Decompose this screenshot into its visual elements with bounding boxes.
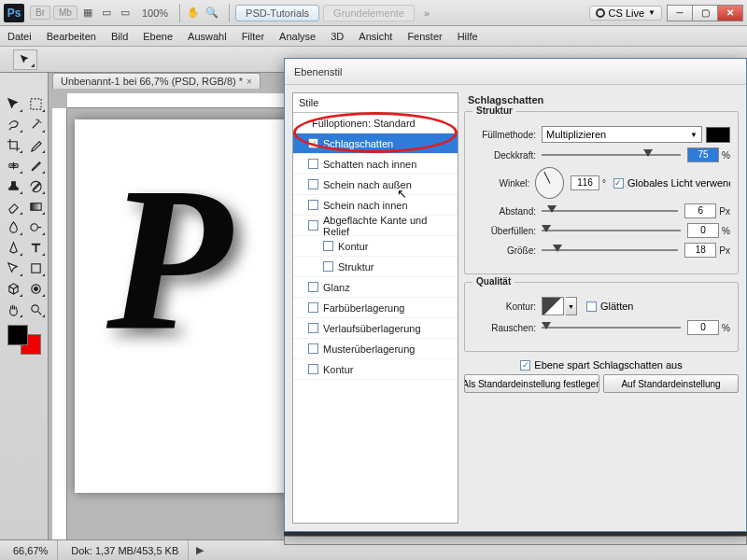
style-item-kontur[interactable]: Kontur (293, 236, 458, 257)
tool-eraser[interactable] (2, 196, 24, 217)
menu-bild[interactable]: Bild (111, 31, 128, 42)
stile-header[interactable]: Stile (293, 93, 458, 113)
status-arrow-icon[interactable]: ▶ (192, 544, 207, 556)
uberfullen-slider[interactable] (542, 223, 681, 238)
window-icon[interactable]: ▭ (118, 6, 133, 21)
style-item-schatten-nach-innen[interactable]: Schatten nach innen (293, 154, 458, 175)
menu-hilfe[interactable]: Hilfe (458, 31, 478, 42)
tool-wand[interactable] (24, 114, 47, 134)
globales-checkbox[interactable] (613, 178, 624, 189)
tool-stamp[interactable] (2, 175, 24, 196)
menu-bearbeiten[interactable]: Bearbeiten (47, 31, 96, 42)
tool-3d[interactable] (2, 278, 24, 299)
style-checkbox[interactable] (308, 364, 318, 374)
menu-filter[interactable]: Filter (242, 31, 264, 42)
style-item-farb-berlagerung[interactable]: Farbüberlagerung (293, 298, 458, 318)
grid-icon[interactable]: ▦ (80, 6, 95, 21)
menu-auswahl[interactable]: Auswahl (188, 31, 227, 42)
style-checkbox[interactable] (308, 343, 318, 354)
style-item-kontur[interactable]: Kontur (293, 359, 458, 380)
h-scrollbar[interactable] (284, 536, 747, 545)
fill-options-item[interactable]: Fülloptionen: Standard (293, 113, 458, 133)
style-checkbox[interactable] (308, 282, 318, 292)
abstand-slider[interactable] (542, 203, 678, 218)
style-item-struktur[interactable]: Struktur (293, 257, 458, 277)
shadow-color[interactable] (706, 127, 730, 143)
tool-heal[interactable] (2, 155, 24, 175)
document-tab[interactable]: Unbenannt-1 bei 66,7% (PSD, RGB/8) *× (52, 73, 261, 89)
menu-ansicht[interactable]: Ansicht (359, 31, 392, 42)
default-set-button[interactable]: Als Standardeinstellung festlegen (464, 374, 599, 393)
style-item-abgeflachte-kante-und-relief[interactable]: Abgeflachte Kante und Relief (293, 216, 458, 236)
style-item-glanz[interactable]: Glanz (293, 277, 458, 298)
style-checkbox[interactable] (308, 138, 318, 148)
angle-dial[interactable] (535, 167, 564, 199)
status-zoom[interactable]: 66,67% (4, 540, 58, 560)
glatten-checkbox[interactable] (586, 301, 597, 312)
zoom-label[interactable]: 100% (142, 7, 168, 19)
fg-color[interactable] (7, 325, 28, 345)
style-checkbox[interactable] (308, 302, 318, 313)
close-tab-icon[interactable]: × (247, 77, 252, 87)
tool-3d-camera[interactable] (24, 278, 47, 299)
abstand-input[interactable]: 6 (684, 203, 716, 218)
grosse-slider[interactable] (542, 243, 678, 258)
tool-gradient[interactable] (24, 196, 47, 217)
tool-pen[interactable] (2, 237, 24, 258)
style-checkbox[interactable] (308, 179, 318, 189)
style-item-muster-berlagerung[interactable]: Musterüberlagerung (293, 339, 458, 359)
style-item-schein-nach-au-en[interactable]: Schein nach außen (293, 175, 458, 195)
tool-path[interactable] (2, 258, 24, 278)
fullmethode-select[interactable]: Multiplizieren▼ (542, 126, 702, 143)
hdr-btn-br[interactable]: Br (30, 6, 50, 20)
deckkraft-input[interactable]: 75 (687, 147, 719, 162)
style-checkbox[interactable] (323, 241, 333, 251)
uberfullen-input[interactable]: 0 (687, 223, 719, 238)
zoom-icon[interactable]: 🔍 (204, 6, 219, 21)
chevron-icon[interactable]: » (424, 7, 430, 19)
tool-hand[interactable] (2, 299, 24, 319)
grosse-input[interactable]: 18 (684, 243, 716, 258)
tool-lasso[interactable] (2, 114, 24, 134)
dialog-title[interactable]: Ebenenstil (285, 59, 746, 85)
deckkraft-slider[interactable] (542, 147, 681, 162)
pill-tutorials[interactable]: PSD-Tutorials (235, 5, 319, 21)
tool-crop[interactable] (2, 134, 24, 155)
style-checkbox[interactable] (323, 261, 333, 272)
tool-move[interactable] (2, 93, 24, 114)
rauschen-slider[interactable] (542, 320, 681, 335)
style-item-schlagschatten[interactable]: Schlagschatten (293, 133, 458, 154)
status-doc[interactable]: Dok: 1,37 MB/453,5 KB (62, 540, 189, 560)
hand-icon[interactable]: ✋ (186, 6, 201, 21)
rauschen-input[interactable]: 0 (687, 320, 719, 335)
tool-brush[interactable] (24, 155, 47, 175)
winkel-input[interactable]: 116 (571, 175, 599, 190)
style-checkbox[interactable] (308, 159, 318, 169)
knockout-checkbox[interactable] (520, 360, 530, 371)
default-reset-button[interactable]: Auf Standardeinstellung (603, 374, 739, 393)
minimize-button[interactable]: ─ (667, 5, 693, 21)
move-tool-btn[interactable] (13, 49, 37, 70)
tool-marquee[interactable] (24, 93, 47, 114)
style-checkbox[interactable] (308, 200, 318, 210)
tool-shape[interactable] (24, 258, 47, 278)
tool-blur[interactable] (2, 217, 24, 237)
menu-3d[interactable]: 3D (331, 31, 344, 42)
style-item-verlaufs-berlagerung[interactable]: Verlaufsüberlagerung (293, 318, 458, 339)
tool-zoom[interactable] (24, 299, 47, 319)
contour-dropdown[interactable]: ▼ (566, 297, 577, 315)
hdr-btn-mb[interactable]: Mb (53, 6, 78, 20)
tool-type[interactable] (24, 237, 47, 258)
tool-history[interactable] (24, 175, 47, 196)
contour-swatch[interactable] (542, 297, 564, 315)
tool-eyedropper[interactable] (24, 134, 47, 155)
maximize-button[interactable]: ▢ (692, 5, 718, 21)
doc-icon[interactable]: ▭ (99, 6, 114, 21)
style-item-schein-nach-innen[interactable]: Schein nach innen (293, 195, 458, 216)
menu-analyse[interactable]: Analyse (279, 31, 316, 42)
close-button[interactable]: ✕ (717, 5, 743, 21)
style-checkbox[interactable] (308, 220, 318, 231)
cslive-button[interactable]: CS Live▼ (589, 6, 662, 21)
menu-ebene[interactable]: Ebene (143, 31, 173, 42)
menu-datei[interactable]: Datei (7, 31, 32, 42)
